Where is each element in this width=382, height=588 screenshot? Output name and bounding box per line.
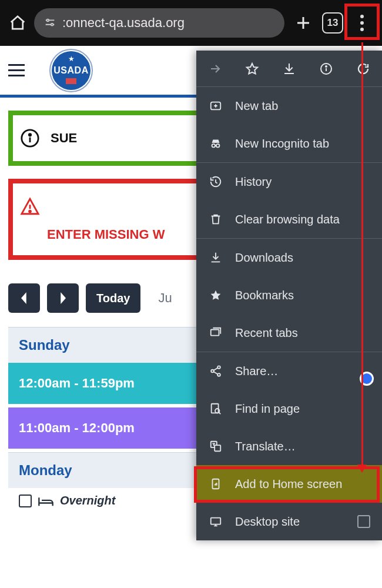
menu-label: New Incognito tab bbox=[235, 137, 329, 151]
menu-share[interactable]: Share… bbox=[196, 352, 382, 390]
notification-dot bbox=[360, 372, 374, 386]
downloads-icon bbox=[208, 251, 223, 264]
missing-banner-text: ENTER MISSING W bbox=[20, 227, 165, 242]
warning-icon bbox=[20, 196, 40, 216]
menu-label: Share… bbox=[235, 365, 278, 378]
reload-icon[interactable] bbox=[356, 62, 371, 76]
overnight-label: Overnight bbox=[60, 494, 115, 507]
menu-label: Add to Home screen bbox=[235, 477, 342, 491]
menu-clear-data[interactable]: Clear browsing data bbox=[196, 201, 382, 238]
tutorial-arrow-head bbox=[357, 465, 367, 473]
usada-logo[interactable]: ★ USADA bbox=[52, 51, 91, 90]
menu-translate[interactable]: Translate… bbox=[196, 427, 382, 465]
menu-label: Find in page bbox=[235, 402, 300, 416]
chevron-left-icon bbox=[19, 292, 29, 304]
svg-point-0 bbox=[47, 19, 49, 22]
bookmarks-icon bbox=[208, 289, 223, 302]
svg-rect-17 bbox=[215, 445, 220, 451]
svg-point-9 bbox=[216, 144, 220, 148]
menu-desktop-site[interactable]: Desktop site bbox=[196, 503, 382, 540]
svg-point-6 bbox=[326, 66, 327, 67]
menu-downloads[interactable]: Downloads bbox=[196, 239, 382, 276]
svg-rect-19 bbox=[211, 518, 221, 524]
menu-add-home[interactable]: Add to Home screen bbox=[196, 465, 382, 503]
translate-icon bbox=[208, 440, 223, 453]
browser-overflow-menu: New tab New Incognito tab History Clear … bbox=[196, 51, 382, 540]
prev-button[interactable] bbox=[8, 283, 40, 313]
submit-banner-text: SUE bbox=[51, 131, 77, 146]
menu-top-icons bbox=[196, 51, 382, 87]
svg-rect-10 bbox=[211, 330, 219, 336]
new-tab-icon[interactable] bbox=[289, 9, 317, 37]
menu-label: Downloads bbox=[235, 251, 293, 265]
browser-top-bar: :onnect-qa.usada.org 13 bbox=[0, 0, 382, 46]
menu-recent-tabs[interactable]: Recent tabs bbox=[196, 314, 382, 352]
logo-text: USADA bbox=[53, 65, 88, 76]
home-icon[interactable] bbox=[6, 11, 29, 35]
incognito-icon bbox=[208, 137, 223, 150]
menu-label: Clear browsing data bbox=[235, 213, 340, 226]
star-icon[interactable] bbox=[244, 62, 260, 76]
find-icon bbox=[208, 402, 223, 415]
menu-history[interactable]: History bbox=[196, 163, 382, 201]
menu-label: Bookmarks bbox=[235, 289, 294, 302]
add-home-icon bbox=[208, 477, 223, 490]
tab-switcher[interactable]: 13 bbox=[322, 12, 343, 34]
menu-label: Translate… bbox=[235, 440, 296, 453]
forward-icon[interactable] bbox=[207, 62, 223, 76]
menu-bookmarks[interactable]: Bookmarks bbox=[196, 276, 382, 314]
share-icon bbox=[208, 365, 223, 377]
desktop-site-checkbox[interactable] bbox=[357, 515, 370, 528]
recent-tabs-icon bbox=[208, 326, 223, 339]
svg-point-8 bbox=[212, 144, 216, 148]
month-label: Ju bbox=[158, 290, 172, 306]
svg-point-4 bbox=[29, 211, 31, 212]
menu-label: History bbox=[235, 175, 272, 189]
menu-incognito[interactable]: New Incognito tab bbox=[196, 125, 382, 162]
overflow-menu-icon[interactable] bbox=[348, 9, 376, 37]
next-button[interactable] bbox=[47, 283, 79, 313]
bed-icon bbox=[38, 495, 54, 507]
site-settings-icon bbox=[43, 16, 56, 29]
menu-label: Desktop site bbox=[235, 515, 300, 529]
menu-new-tab[interactable]: New tab bbox=[196, 87, 382, 125]
menu-label: New tab bbox=[235, 99, 278, 113]
chevron-right-icon bbox=[58, 292, 68, 304]
new-tab-icon bbox=[208, 99, 223, 112]
download-arrow-icon[interactable] bbox=[282, 62, 297, 76]
url-text: :onnect-qa.usada.org bbox=[62, 15, 185, 31]
info-icon bbox=[20, 128, 40, 148]
logo-bar bbox=[66, 78, 76, 84]
history-icon bbox=[208, 175, 223, 188]
trash-icon bbox=[208, 213, 223, 226]
info-icon[interactable] bbox=[319, 62, 334, 76]
menu-label: Recent tabs bbox=[235, 326, 298, 340]
star-icon: ★ bbox=[68, 55, 75, 63]
svg-point-1 bbox=[51, 24, 53, 26]
hamburger-icon[interactable] bbox=[8, 64, 25, 76]
address-bar[interactable]: :onnect-qa.usada.org bbox=[34, 8, 284, 38]
today-button[interactable]: Today bbox=[86, 283, 140, 313]
menu-find[interactable]: Find in page bbox=[196, 390, 382, 427]
today-label: Today bbox=[96, 292, 130, 305]
checkbox[interactable] bbox=[19, 495, 32, 507]
desktop-icon bbox=[208, 515, 223, 528]
tab-count-value: 13 bbox=[327, 17, 339, 29]
svg-point-3 bbox=[29, 134, 31, 136]
